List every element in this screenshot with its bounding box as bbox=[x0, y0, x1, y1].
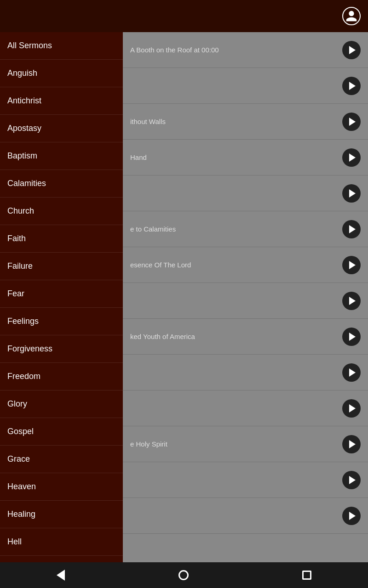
sermon-item[interactable] bbox=[123, 283, 368, 319]
sidebar-item-label-anguish: Anguish bbox=[7, 68, 37, 78]
sermon-item[interactable]: e Holy Spirit bbox=[123, 426, 368, 462]
play-icon bbox=[349, 440, 356, 448]
sidebar-item-baptism[interactable]: Baptism bbox=[0, 142, 123, 170]
play-icon bbox=[349, 297, 356, 305]
sermon-item-title: Hand bbox=[130, 153, 342, 161]
play-icon bbox=[349, 261, 356, 269]
sermon-item[interactable]: Hand bbox=[123, 140, 368, 175]
play-icon bbox=[349, 189, 356, 198]
sidebar-item-label-healing: Healing bbox=[7, 509, 35, 519]
sidebar-item-freedom[interactable]: Freedom bbox=[0, 363, 123, 390]
back-triangle-icon bbox=[57, 570, 65, 581]
sidebar-item-fear[interactable]: Fear bbox=[0, 280, 123, 308]
play-icon bbox=[349, 82, 356, 90]
sidebar-item-grace[interactable]: Grace bbox=[0, 446, 123, 473]
sidebar-item-healing[interactable]: Healing bbox=[0, 501, 123, 528]
sermon-item[interactable]: A Booth on the Roof at 00:00 bbox=[123, 32, 368, 68]
sidebar-item-label-glory: Glory bbox=[7, 399, 27, 409]
sermon-item[interactable] bbox=[123, 175, 368, 211]
sermon-item-title: esence Of The Lord bbox=[130, 261, 342, 269]
play-button[interactable] bbox=[342, 435, 361, 453]
play-icon bbox=[349, 512, 356, 520]
sermon-item[interactable] bbox=[123, 68, 368, 104]
bottom-nav bbox=[0, 562, 368, 588]
sidebar-item-label-failure: Failure bbox=[7, 261, 33, 271]
sidebar-item-label-forgiveness: Forgiveness bbox=[7, 344, 52, 354]
sidebar-item-label-baptism: Baptism bbox=[7, 151, 37, 161]
play-icon bbox=[349, 118, 356, 126]
sidebar-item-label-calamities: Calamities bbox=[7, 179, 46, 188]
play-button[interactable] bbox=[342, 184, 361, 203]
sidebar-item-anguish[interactable]: Anguish bbox=[0, 60, 123, 87]
play-button[interactable] bbox=[342, 220, 361, 238]
play-icon bbox=[349, 333, 356, 341]
sermon-item[interactable]: e to Calamities bbox=[123, 211, 368, 247]
sidebar-item-label-heaven: Heaven bbox=[7, 482, 36, 492]
nav-recent-button[interactable] bbox=[291, 567, 322, 583]
play-button[interactable] bbox=[342, 471, 361, 489]
sidebar-item-failure[interactable]: Failure bbox=[0, 253, 123, 280]
sidebar-item-label-grace: Grace bbox=[7, 454, 30, 464]
play-button[interactable] bbox=[342, 507, 361, 525]
sidebar-item-church[interactable]: Church bbox=[0, 198, 123, 225]
play-button[interactable] bbox=[342, 113, 361, 131]
sidebar-item-forgiveness[interactable]: Forgiveness bbox=[0, 335, 123, 363]
sermon-item-title: e to Calamities bbox=[130, 225, 342, 233]
sidebar-item-label-gospel: Gospel bbox=[7, 427, 34, 436]
avatar-button[interactable] bbox=[342, 7, 361, 25]
home-circle-icon bbox=[178, 570, 189, 580]
sidebar: All SermonsAnguishAntichristApostasyBapt… bbox=[0, 32, 123, 562]
sidebar-item-glory[interactable]: Glory bbox=[0, 390, 123, 418]
sidebar-item-label-fear: Fear bbox=[7, 289, 24, 299]
sidebar-item-label-freedom: Freedom bbox=[7, 372, 40, 381]
sermon-item[interactable] bbox=[123, 355, 368, 390]
main-content: All SermonsAnguishAntichristApostasyBapt… bbox=[0, 32, 368, 562]
play-icon bbox=[349, 476, 356, 484]
sidebar-item-heaven[interactable]: Heaven bbox=[0, 473, 123, 501]
sidebar-item-label-all-sermons: All Sermons bbox=[7, 41, 52, 51]
sidebar-item-label-antichrist: Antichrist bbox=[7, 96, 41, 106]
play-icon bbox=[349, 225, 356, 233]
sermon-item-title: A Booth on the Roof at 00:00 bbox=[130, 46, 342, 54]
sidebar-item-label-feelings: Feelings bbox=[7, 317, 39, 326]
play-button[interactable] bbox=[342, 328, 361, 346]
play-button[interactable] bbox=[342, 41, 361, 59]
play-button[interactable] bbox=[342, 256, 361, 274]
play-icon bbox=[349, 368, 356, 377]
sidebar-item-feelings[interactable]: Feelings bbox=[0, 308, 123, 335]
sidebar-item-hell[interactable]: Hell bbox=[0, 528, 123, 556]
play-button[interactable] bbox=[342, 148, 361, 167]
sermon-item-title: ithout Walls bbox=[130, 118, 342, 125]
sermon-item-title: e Holy Spirit bbox=[130, 440, 342, 448]
play-icon bbox=[349, 153, 356, 162]
sermon-item-title: ked Youth of America bbox=[130, 333, 342, 340]
sidebar-item-all-sermons[interactable]: All Sermons bbox=[0, 32, 123, 60]
sidebar-item-label-faith: Faith bbox=[7, 234, 26, 243]
nav-home-button[interactable] bbox=[167, 566, 200, 584]
play-button[interactable] bbox=[342, 292, 361, 310]
recent-square-icon bbox=[302, 571, 311, 580]
sermon-item[interactable]: ked Youth of America bbox=[123, 319, 368, 355]
play-button[interactable] bbox=[342, 363, 361, 382]
sermon-item[interactable] bbox=[123, 498, 368, 534]
sidebar-item-label-apostasy: Apostasy bbox=[7, 124, 41, 133]
sidebar-item-antichrist[interactable]: Antichrist bbox=[0, 87, 123, 115]
sermon-item[interactable] bbox=[123, 390, 368, 426]
play-icon bbox=[349, 46, 356, 54]
play-icon bbox=[349, 404, 356, 413]
sidebar-item-label-church: Church bbox=[7, 206, 34, 216]
play-button[interactable] bbox=[342, 399, 361, 418]
sidebar-item-apostasy[interactable]: Apostasy bbox=[0, 115, 123, 142]
sermon-item[interactable]: ithout Walls bbox=[123, 104, 368, 140]
sidebar-item-calamities[interactable]: Calamities bbox=[0, 170, 123, 198]
sidebar-item-gospel[interactable]: Gospel bbox=[0, 418, 123, 446]
app-bar bbox=[0, 0, 368, 32]
play-button[interactable] bbox=[342, 77, 361, 95]
nav-back-button[interactable] bbox=[46, 566, 76, 584]
sermon-item[interactable] bbox=[123, 462, 368, 498]
sidebar-item-label-hell: Hell bbox=[7, 537, 22, 547]
sidebar-item-faith[interactable]: Faith bbox=[0, 225, 123, 253]
sermon-item[interactable]: esence Of The Lord bbox=[123, 247, 368, 283]
sermon-list: A Booth on the Roof at 00:00ithout Walls… bbox=[123, 32, 368, 562]
